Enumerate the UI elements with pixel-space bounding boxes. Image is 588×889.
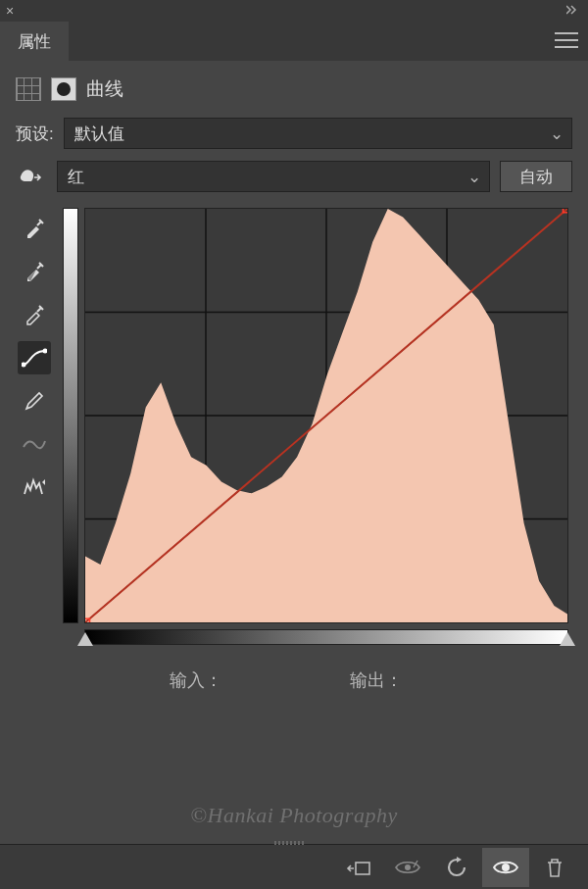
adjustment-title: 曲线 [86,76,123,102]
output-gradient [63,208,78,623]
histogram-baseline-icon[interactable] [18,470,51,504]
channel-select[interactable]: 红 ⌄ [57,161,490,192]
white-point-slider[interactable] [560,632,575,646]
tab-properties[interactable]: 属性 [0,22,69,61]
preview-toggle-icon[interactable] [384,848,431,887]
panel-menu-icon[interactable] [555,31,578,49]
clip-to-layer-icon[interactable] [335,848,382,887]
eyedropper-black-icon[interactable] [18,212,51,245]
close-icon[interactable]: × [6,3,14,19]
input-value [281,668,291,692]
eyedropper-gray-icon[interactable] [18,255,51,288]
chevron-down-icon: ⌄ [467,167,481,187]
eyedropper-white-icon[interactable] [18,298,51,331]
chevron-down-icon: ⌄ [550,123,564,144]
preset-label: 预设: [16,123,54,145]
curves-chart[interactable] [84,208,568,623]
auto-button[interactable]: 自动 [500,161,572,192]
watermark: ©Hankai Photography [0,803,588,828]
layer-mask-icon[interactable] [51,77,76,101]
collapse-chevrons-icon[interactable] [566,4,580,19]
visibility-icon[interactable] [482,848,529,887]
channel-value: 红 [68,166,84,188]
input-label: 输入： [170,668,222,692]
footer-bar [0,844,588,889]
black-point-slider[interactable] [77,632,93,646]
curve-edit-icon[interactable] [18,341,51,374]
svg-point-14 [502,864,510,871]
svg-point-13 [405,864,411,870]
svg-rect-12 [356,863,369,874]
pencil-icon[interactable] [18,384,51,418]
trash-icon[interactable] [531,848,578,887]
output-label: 输出： [350,668,403,692]
preset-value: 默认值 [74,123,124,145]
reset-icon[interactable] [433,848,480,887]
svg-point-1 [43,349,48,354]
preset-select[interactable]: 默认值 ⌄ [64,118,572,149]
svg-point-0 [22,363,26,368]
smooth-curve-icon[interactable] [18,427,51,461]
input-gradient [84,629,568,645]
targeted-adjust-icon[interactable] [16,165,47,188]
curves-grid-icon[interactable] [16,77,41,101]
